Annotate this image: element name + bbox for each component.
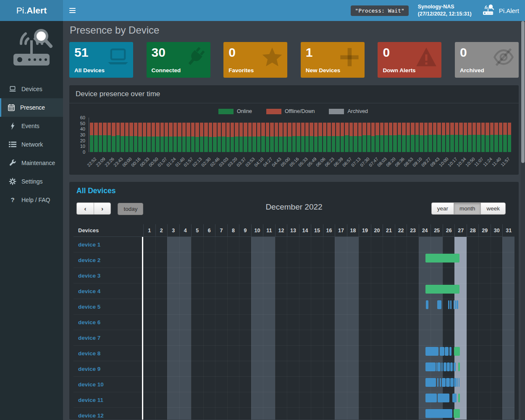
presence-bar-green[interactable] bbox=[425, 285, 459, 294]
presence-bar-blue[interactable] bbox=[425, 347, 438, 356]
presence-bar-blue[interactable] bbox=[446, 378, 450, 387]
day-header-16: 16 bbox=[323, 224, 335, 236]
device-row: device 2 bbox=[74, 252, 514, 268]
view-week-button[interactable]: week bbox=[480, 202, 506, 215]
chart-bar bbox=[297, 123, 300, 152]
presence-bar-blue[interactable] bbox=[450, 378, 453, 387]
chart-bar bbox=[341, 123, 344, 152]
legend-item-archived[interactable]: Archived bbox=[329, 108, 368, 114]
presence-bar-green[interactable] bbox=[425, 254, 459, 262]
sidebar-item-presence[interactable]: Presence bbox=[0, 98, 63, 117]
brand-logo[interactable]: Pi.Alert bbox=[0, 0, 63, 21]
presence-bar-blue[interactable] bbox=[454, 362, 456, 371]
chart-bar bbox=[209, 123, 212, 152]
calendar-heading: All Devices bbox=[76, 186, 514, 195]
presence-bar-blue[interactable] bbox=[454, 300, 454, 309]
presence-bar-blue[interactable] bbox=[457, 378, 458, 387]
legend-label: Offline/Down bbox=[285, 108, 315, 114]
sidebar-item-label: Settings bbox=[21, 178, 43, 185]
today-button[interactable]: today bbox=[118, 203, 143, 215]
page-scrollbar[interactable] bbox=[521, 21, 525, 420]
chart-bar bbox=[252, 123, 256, 152]
presence-bar-blue[interactable] bbox=[444, 362, 447, 371]
device-link[interactable]: device 7 bbox=[74, 330, 143, 345]
chart-bar bbox=[121, 123, 124, 152]
device-link[interactable]: device 1 bbox=[74, 237, 143, 252]
day-header-26: 26 bbox=[443, 224, 455, 236]
presence-bar-blue[interactable] bbox=[437, 300, 441, 309]
presence-bar-blue[interactable] bbox=[425, 378, 436, 387]
presence-bar-blue[interactable] bbox=[452, 394, 457, 402]
card-favorites[interactable]: 0Favorites bbox=[223, 42, 287, 78]
presence-bar-green[interactable] bbox=[454, 347, 460, 356]
chart-bar bbox=[371, 123, 375, 152]
device-link[interactable]: device 10 bbox=[74, 377, 143, 392]
presence-bar-blue[interactable] bbox=[454, 378, 457, 387]
presence-bar-blue[interactable] bbox=[459, 378, 459, 387]
chart-bar bbox=[116, 123, 120, 152]
sidebar-item-label: Network bbox=[21, 141, 43, 148]
presence-bar-blue[interactable] bbox=[442, 378, 446, 387]
presence-bar-blue[interactable] bbox=[425, 394, 437, 402]
prev-month-button[interactable]: ‹ bbox=[76, 202, 94, 215]
presence-bar-green[interactable] bbox=[454, 409, 460, 418]
day-header-18: 18 bbox=[347, 224, 359, 236]
device-link[interactable]: device 8 bbox=[74, 346, 143, 361]
presence-bar-blue[interactable] bbox=[440, 378, 441, 387]
card-archived[interactable]: 0Archived bbox=[455, 42, 519, 78]
presence-bar-blue[interactable] bbox=[450, 300, 452, 309]
wrench-icon bbox=[9, 159, 16, 167]
chart-bar bbox=[204, 123, 207, 152]
scrollbar-thumb[interactable] bbox=[521, 21, 525, 163]
presence-bar-blue[interactable] bbox=[436, 362, 437, 371]
presence-bar-blue[interactable] bbox=[425, 362, 436, 371]
legend-item-offline-down[interactable]: Offline/Down bbox=[266, 108, 315, 114]
card-down-alerts[interactable]: 0Down Alerts bbox=[378, 42, 441, 78]
chart-bar bbox=[415, 123, 419, 152]
device-link[interactable]: device 6 bbox=[74, 315, 143, 330]
sidebar-item-help-faq[interactable]: ?Help / FAQ bbox=[0, 191, 63, 209]
presence-bar-blue[interactable] bbox=[426, 300, 428, 309]
device-link[interactable]: device 5 bbox=[74, 299, 143, 314]
presence-bar-blue[interactable] bbox=[449, 347, 452, 356]
presence-bar-blue[interactable] bbox=[448, 300, 449, 309]
sidebar-item-settings[interactable]: Settings bbox=[0, 172, 63, 191]
presence-bar-blue[interactable] bbox=[437, 378, 438, 387]
legend-item-online[interactable]: Online bbox=[218, 108, 252, 114]
sidebar-toggle-icon[interactable] bbox=[63, 0, 82, 21]
presence-bar-blue[interactable] bbox=[441, 362, 443, 371]
presence-bar-blue[interactable] bbox=[445, 347, 449, 356]
card-all-devices[interactable]: 51All Devices bbox=[69, 42, 133, 78]
next-month-button[interactable]: › bbox=[94, 202, 111, 215]
view-year-button[interactable]: year bbox=[431, 202, 454, 215]
presence-bar-green[interactable] bbox=[458, 394, 460, 402]
device-link[interactable]: device 3 bbox=[74, 268, 143, 283]
device-link[interactable]: device 12 bbox=[74, 408, 143, 420]
device-presence-track bbox=[143, 408, 514, 420]
presence-bar-blue[interactable] bbox=[440, 347, 444, 356]
app-badge[interactable]: Pi.Alert bbox=[481, 4, 519, 17]
question-icon: ? bbox=[9, 196, 16, 204]
presence-bar-blue[interactable] bbox=[438, 394, 449, 402]
presence-bar-blue[interactable] bbox=[457, 300, 458, 309]
sidebar-item-maintenance[interactable]: Maintenance bbox=[0, 154, 63, 172]
presence-bar-blue[interactable] bbox=[447, 362, 450, 371]
card-new-devices[interactable]: 1New Devices bbox=[301, 42, 365, 78]
presence-bar-blue[interactable] bbox=[425, 409, 452, 418]
device-link[interactable]: device 9 bbox=[74, 361, 143, 376]
presence-bar-blue[interactable] bbox=[437, 362, 441, 371]
sidebar-item-network[interactable]: Network bbox=[0, 135, 63, 154]
device-presence-track bbox=[143, 361, 514, 376]
presence-bar-blue[interactable] bbox=[455, 300, 456, 309]
device-link[interactable]: device 4 bbox=[74, 284, 143, 299]
sidebar-item-events[interactable]: Events bbox=[0, 117, 63, 135]
card-connected[interactable]: 30Connected bbox=[147, 42, 210, 78]
device-link[interactable]: device 11 bbox=[74, 392, 143, 407]
device-link[interactable]: device 2 bbox=[74, 252, 143, 268]
sidebar-item-devices[interactable]: Devices bbox=[0, 80, 63, 98]
presence-bar-green[interactable] bbox=[458, 362, 460, 371]
presence-bar-blue[interactable] bbox=[450, 362, 453, 371]
x-tick-label: 11:57 bbox=[502, 154, 511, 173]
chart-bar bbox=[108, 123, 111, 152]
view-month-button[interactable]: month bbox=[454, 202, 481, 215]
